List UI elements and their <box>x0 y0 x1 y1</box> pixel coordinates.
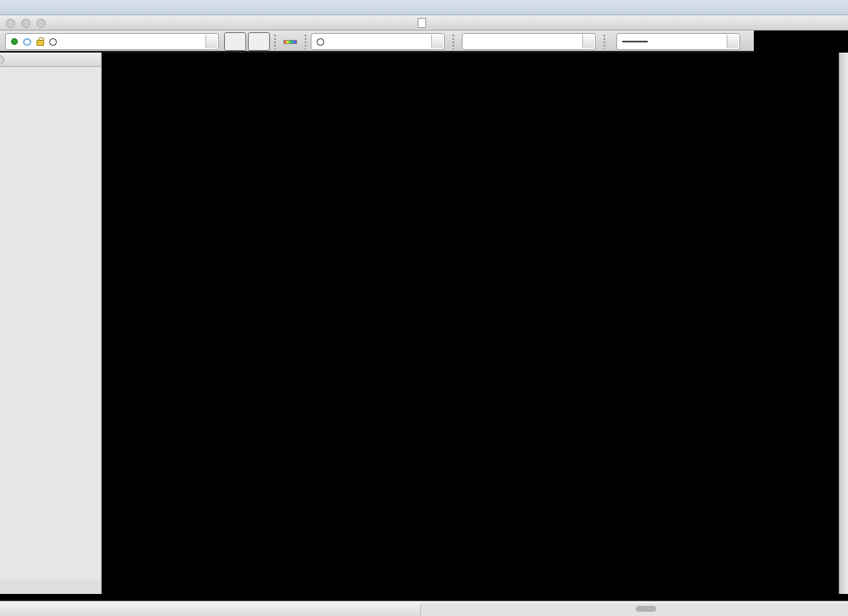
scrollbar-thumb[interactable] <box>636 606 656 612</box>
menu-bar <box>0 0 848 15</box>
palette-close-icon[interactable] <box>0 55 4 64</box>
toolbar-filler <box>754 31 848 53</box>
property-painter-button[interactable] <box>280 32 300 51</box>
color-swatch-icon <box>317 38 324 46</box>
horizontal-scrollbar[interactable] <box>420 603 848 616</box>
layer-combo-stepper[interactable] <box>205 35 217 48</box>
color-combo-stepper[interactable] <box>431 35 443 48</box>
vertical-scrollbar[interactable] <box>839 53 848 594</box>
toolbar-grip[interactable] <box>603 34 607 49</box>
close-button[interactable] <box>6 19 15 28</box>
title-bar[interactable] <box>0 15 848 31</box>
app-window <box>0 0 848 616</box>
lineweight-sample-icon <box>622 41 648 42</box>
color-bar-icon <box>284 40 297 44</box>
minimize-button[interactable] <box>21 19 31 28</box>
zoom-button[interactable] <box>37 19 46 28</box>
canvas-bottom-edge <box>0 594 848 601</box>
document-icon <box>418 18 426 28</box>
layer-lock-icon <box>37 40 44 46</box>
toolbar-grip[interactable] <box>304 34 308 49</box>
layer-combo[interactable] <box>5 33 219 50</box>
toolbar <box>0 31 848 53</box>
palette-collapse-control[interactable] <box>0 580 101 594</box>
lineweight-combo-stepper[interactable] <box>727 35 738 48</box>
lineweight-combo[interactable] <box>616 33 740 50</box>
palette-title-bar[interactable] <box>0 53 101 67</box>
layer-previous-button[interactable] <box>248 32 270 51</box>
window-controls <box>6 19 46 28</box>
tool-matrix-palette <box>0 53 102 594</box>
toolbar-grip[interactable] <box>452 34 456 49</box>
linestyle-combo-stepper[interactable] <box>582 35 594 48</box>
layer-states-button[interactable] <box>224 32 246 51</box>
linestyle-combo[interactable] <box>462 33 596 50</box>
layer-freeze-icon <box>23 38 31 46</box>
layer-on-icon <box>11 38 18 45</box>
color-combo[interactable] <box>311 33 445 50</box>
toolbar-grip[interactable] <box>273 34 278 49</box>
title-wrap <box>418 18 430 28</box>
layer-color-swatch <box>49 38 57 46</box>
layout-tab-bar <box>0 601 848 616</box>
drawing-canvas[interactable] <box>102 53 839 594</box>
